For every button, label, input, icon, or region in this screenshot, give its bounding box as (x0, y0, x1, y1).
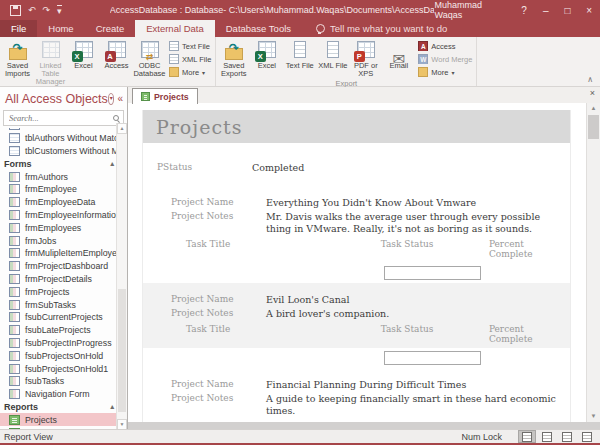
sidebar-item-frmsubtasks[interactable]: frmSubTasks (0, 298, 117, 311)
ribbon-button-excel[interactable]: Excel (250, 38, 283, 78)
tab-database-tools[interactable]: Database Tools (215, 20, 302, 37)
form-icon (9, 184, 20, 194)
customize-quick-access-toolbar-icon[interactable]: ▾ (57, 5, 62, 16)
form-icon (9, 236, 20, 246)
sidebar-item-frmemployeeinformation[interactable]: frmEmployeeInformation (0, 209, 117, 222)
project-section: Project Name Financial Planning During D… (143, 368, 570, 422)
task-status-textbox[interactable] (384, 266, 481, 280)
sidebar-scrollbar[interactable]: ▲ ▼ (116, 123, 127, 430)
excel-icon (254, 39, 280, 62)
search-input[interactable] (7, 112, 113, 124)
pdf-or-xps-icon (353, 39, 379, 62)
sidebar-item-frmmulipleitememployee[interactable]: frmMulipleItemEmployee (0, 247, 117, 260)
ribbon-button-text-file[interactable]: Text File (283, 38, 316, 78)
ribbon-button-more[interactable]: More▾ (169, 66, 211, 78)
ribbon-button-text-file[interactable]: Text File (169, 40, 211, 52)
project-name-row: Project Name Financial Planning During D… (143, 379, 570, 391)
sidebar-item-fsubprojectsonhold1[interactable]: fsubProjectsOnHold1 (0, 362, 117, 375)
project-name-label: Project Name (171, 197, 266, 209)
search-icon[interactable] (113, 115, 120, 122)
layout-view-icon[interactable] (558, 430, 576, 443)
ribbon-tabs: FileHomeCreateExternal DataDatabase Tool… (0, 20, 302, 37)
sidebar-item-frmemployee[interactable]: frmEmployee (0, 183, 117, 196)
sidebar-item-frmprojectdashboard[interactable]: frmProjectDashboard (0, 260, 117, 273)
ribbon-button-xml-file[interactable]: XML File (169, 53, 211, 65)
collapse-group-icon[interactable]: ▴ (110, 403, 114, 411)
ribbon-button-excel[interactable]: Excel (67, 38, 100, 86)
ribbon-button-pdf-or-xps[interactable]: PDF or XPS (349, 38, 382, 78)
collapse-group-icon[interactable]: ▴ (110, 160, 114, 168)
scroll-down-icon[interactable]: ▼ (587, 411, 600, 422)
sidebar-item-tblauthors-without-matchin[interactable]: tblAuthors Without Matchin... (0, 132, 117, 145)
ribbon-button-more[interactable]: More▾ (418, 66, 472, 78)
report-view-icon[interactable] (518, 430, 536, 443)
sidebar-item-navigation-form[interactable]: Navigation Form (0, 388, 117, 401)
sidebar-item-frmprojects[interactable]: frmProjects (0, 285, 117, 298)
status-bar: Report View Num Lock (0, 429, 600, 443)
sidebar-item-frmauthors[interactable]: frmAuthors (0, 170, 117, 183)
sidebar-group-reports[interactable]: Reports▴ (0, 401, 117, 414)
close-document-icon[interactable]: × (590, 88, 595, 98)
navigation-pane-title[interactable]: All Access Objects (5, 92, 108, 106)
form-icon (9, 351, 20, 361)
design-view-icon[interactable] (578, 430, 596, 443)
print-preview-icon[interactable] (538, 430, 556, 443)
tab-file[interactable]: File (0, 20, 37, 37)
tell-me-box[interactable]: Tell me what you want to do (302, 20, 447, 37)
form-icon (9, 312, 20, 322)
tab-external-data[interactable]: External Data (135, 20, 215, 37)
scroll-up-icon[interactable]: ▲ (117, 123, 127, 134)
document-tab-projects[interactable]: Projects (132, 88, 198, 104)
sidebar-item-tblcustomers-without-match[interactable]: tblCustomers Without Match... (0, 145, 117, 158)
document-scrollbar[interactable]: ▲ ▼ (586, 103, 600, 422)
task-status-label: Task Status (381, 239, 489, 259)
query-icon (9, 133, 20, 143)
tab-home[interactable]: Home (37, 20, 84, 37)
ribbon-button-odbc-database[interactable]: ODBC Database (133, 38, 166, 86)
project-band: Project Name Evil Loon's Canal Project N… (143, 283, 570, 348)
pstatus-value: Completed (252, 162, 552, 174)
scroll-up-icon[interactable]: ▲ (587, 103, 600, 114)
collapse-ribbon-icon[interactable]: ∧ (587, 75, 593, 84)
help-button[interactable]: ? (513, 0, 535, 20)
sidebar-item-fsubcurrentprojects[interactable]: fsubCurrentProjects (0, 311, 117, 324)
project-name-label: Project Name (171, 294, 266, 306)
sidebar-item-frmemployees[interactable]: frmEmployees (0, 221, 117, 234)
project-band: Project Name Everything You Didn't Know … (143, 186, 570, 263)
scrollbar-thumb[interactable] (118, 289, 126, 412)
sidebar-item-frmemployeedata[interactable]: frmEmployeeData (0, 196, 117, 209)
quick-access-toolbar: ↶ ↷ ▾ (0, 5, 70, 16)
sidebar-item-fsubprojectinprogress[interactable]: fsubProjectInProgress (0, 337, 117, 350)
redo-icon[interactable]: ↷ (43, 5, 51, 15)
save-icon[interactable] (10, 5, 21, 16)
ribbon-button-access[interactable]: Access (418, 40, 472, 52)
sidebar-item-fsubprojectsonhold[interactable]: fsubProjectsOnHold (0, 349, 117, 362)
signed-in-user[interactable]: Muhammad Waqas (434, 0, 499, 20)
pane-menu-icon[interactable]: ▾ (108, 93, 115, 105)
project-notes-label: Project Notes (171, 211, 266, 235)
maximize-button[interactable]: □ (557, 0, 579, 20)
sidebar-item-frmjobs[interactable]: frmJobs (0, 234, 117, 247)
close-button[interactable]: × (578, 0, 600, 20)
task-header-row: Task Title Task Status Percent Complete (143, 239, 570, 259)
sidebar-group-forms[interactable]: Forms▴ (0, 157, 117, 170)
ribbon-button-saved-imports[interactable]: Saved Imports (1, 38, 34, 86)
undo-icon[interactable]: ↶ (28, 5, 36, 15)
minimize-button[interactable]: – (535, 0, 557, 20)
sidebar-item-projects[interactable]: Projects (0, 413, 117, 426)
ribbon-button-email[interactable]: Email (382, 38, 415, 78)
ribbon-group-import-link: Saved ImportsLinked Table ManagerExcelAc… (0, 37, 216, 86)
task-status-textbox[interactable] (384, 351, 481, 365)
ribbon-button-saved-exports[interactable]: Saved Exports (217, 38, 250, 78)
scrollbar-thumb[interactable] (588, 115, 599, 139)
tab-create[interactable]: Create (85, 20, 136, 37)
form-icon (9, 210, 20, 220)
form-icon (9, 261, 20, 271)
ribbon-button-access[interactable]: Access (100, 38, 133, 86)
sidebar-item-fsubtasks[interactable]: fsubTasks (0, 375, 117, 388)
shutter-bar-close-icon[interactable]: « (117, 94, 123, 104)
sidebar-item-fsublateprojects[interactable]: fsubLateProjects (0, 324, 117, 337)
project-notes-label: Project Notes (171, 393, 266, 417)
ribbon-button-xml-file[interactable]: XML File (316, 38, 349, 78)
sidebar-item-frmprojectdetails[interactable]: frmProjectDetails (0, 273, 117, 286)
